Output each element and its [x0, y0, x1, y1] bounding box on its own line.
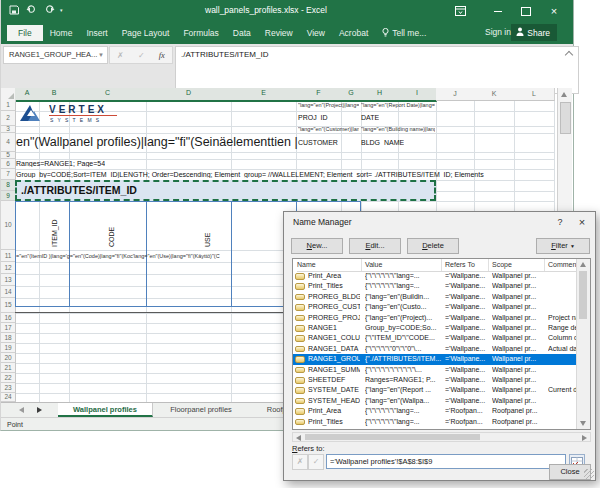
cell-A6[interactable]: Ranges=RANGE1; Page=54	[16, 160, 105, 167]
sign-in-button[interactable]: Sign in	[485, 27, 511, 37]
name-row-proreg-proj-id[interactable]: PROREG_PROJ_ID{"lang="en"(Project)...='W…	[293, 313, 576, 323]
name-row-print-area[interactable]: Print_Area{"\"\"\"\"\"\"lang=...='Roofpa…	[293, 406, 576, 416]
tab-data[interactable]: Data	[226, 24, 258, 42]
ribbon-display-options-icon[interactable]	[447, 0, 473, 22]
row-header-13[interactable]: 13	[1, 274, 16, 286]
tab-review[interactable]: Review	[258, 24, 300, 42]
cell-A11[interactable]: ="en"(ItemID )|lang='g="en"(Code)|lang="…	[16, 253, 291, 259]
name-row-sheetdef[interactable]: SHEETDEFRanges=RANGE1; P...='Wallpane...…	[293, 375, 576, 385]
name-box-dropdown-icon[interactable]: ▼	[98, 47, 104, 63]
sheet-tab-floorpanel-profiles[interactable]: Floorpanel profiles	[153, 403, 250, 417]
cell-H4[interactable]: BLDG_NAME	[361, 139, 404, 146]
row-header-24[interactable]: 24	[1, 393, 16, 402]
scroll-up-icon[interactable]	[561, 92, 567, 97]
name-row-range1-group-hea-[interactable]: RANGE1_GROUP_HEA...{"./ATTRIBUTES/ITEM..…	[293, 354, 576, 364]
cell-F4[interactable]: CUSTOMER	[298, 139, 338, 146]
cell-H1[interactable]: "lang="en"(Report Date)|lang="f	[361, 102, 435, 108]
cell-F2[interactable]: PROJ_ID	[298, 114, 328, 121]
sheet-tab-wallpanel-profiles[interactable]: Wallpanel profiles	[58, 403, 153, 417]
row-header-12[interactable]: 12	[1, 262, 16, 274]
qat-customize-icon[interactable]: ▾	[60, 7, 63, 13]
refers-commit-icon[interactable]: ✓	[308, 454, 324, 470]
row-header-19[interactable]: 19	[1, 343, 16, 353]
cell-H3[interactable]: "lang="en"(Building name)|lang="	[361, 126, 435, 132]
dialog-resize-grip[interactable]	[584, 469, 594, 479]
column-header-E[interactable]: E	[231, 88, 297, 102]
row-header-23[interactable]: 23	[1, 383, 16, 393]
row-header-21[interactable]: 21	[1, 363, 16, 373]
redo-icon[interactable]	[43, 4, 55, 16]
sheet-nav-left-icon[interactable]	[19, 407, 24, 413]
name-row-proreg-bldg-name[interactable]: PROREG_BLDG_NAME{"lang="en"(Buildin...='…	[293, 292, 576, 302]
tab-formulas[interactable]: Formulas	[176, 24, 225, 42]
name-row-range1-summary[interactable]: RANGE1_SUMMARY{"\"\"\"\"\"\"\"\"\"\"\...…	[293, 365, 576, 375]
cell-F1[interactable]: "lang="en"(Project)|lang="fi"(P	[298, 102, 359, 108]
tab-file[interactable]: File	[7, 25, 43, 41]
column-header-I[interactable]: I	[398, 88, 437, 102]
name-row-system-date[interactable]: SYSTEM_DATE{"lang="en"(Report ...='Wallp…	[293, 385, 576, 395]
tab-tell-me[interactable]: Tell me...	[375, 24, 433, 43]
rotated-header-code[interactable]: CODE	[108, 227, 115, 247]
row-header-11[interactable]: 11	[1, 250, 16, 262]
list-horizontal-scrollbar[interactable]	[292, 432, 591, 442]
row-header-15[interactable]: 15	[1, 298, 16, 313]
new-button[interactable]: New...	[291, 238, 343, 254]
row-header-16[interactable]: 16	[1, 313, 16, 323]
cell-A7[interactable]: Group_by=CODE;Sort=ITEM_ID|LENGTH; Order…	[16, 171, 551, 178]
maximize-button[interactable]	[513, 0, 539, 22]
tab-page-layout[interactable]: Page Layout	[115, 24, 177, 42]
save-icon[interactable]	[9, 5, 19, 17]
row-header-6[interactable]: 6	[1, 159, 16, 169]
row-header-18[interactable]: 18	[1, 333, 16, 343]
list-scroll-down-icon[interactable]	[580, 421, 586, 426]
undo-icon[interactable]	[26, 4, 38, 16]
dialog-close-icon[interactable]: ×	[571, 212, 593, 232]
column-header-A[interactable]: A	[15, 88, 40, 102]
formula-input[interactable]: ./ATTRIBUTES/ITEM_ID	[175, 46, 579, 94]
row-header-1[interactable]: 1	[1, 100, 16, 111]
column-header-K[interactable]: K	[474, 88, 515, 101]
column-header-L[interactable]: L	[514, 88, 555, 101]
column-header-C[interactable]: C	[69, 88, 147, 102]
row-header-5[interactable]: 5	[1, 152, 16, 159]
list-scroll-up-icon[interactable]	[580, 262, 586, 267]
list-scrollbar-thumb[interactable]	[579, 271, 587, 319]
cell-H2[interactable]: DATE	[361, 114, 379, 121]
name-row-proreg-bldg-name[interactable]: PROREG_BLDG_NAME{"lang="en"(Buildin...='…	[293, 427, 576, 430]
tab-acrobat[interactable]: Acrobat	[332, 24, 375, 42]
name-row-range1-data[interactable]: RANGE1_DATA{"\"\"\"\"\"0"\"\"0"\...='Wal…	[293, 344, 576, 354]
column-header-B[interactable]: B	[39, 88, 70, 102]
cell-F3[interactable]: "lang="en"(Customer)|lang="fi"(	[298, 126, 359, 132]
tab-view[interactable]: View	[300, 24, 332, 42]
tab-insert[interactable]: Insert	[79, 24, 114, 42]
cell-A4-title[interactable]: en"(Wallpanel profiles)|lang="fi"(Seinäe…	[16, 135, 298, 149]
insert-function-icon[interactable]: fx	[159, 50, 165, 60]
share-button[interactable]: Share	[511, 24, 557, 41]
name-row-range1-columns[interactable]: RANGE1_COLUMNS{"\"ITEM_ID"\"CODE...='Wal…	[293, 333, 576, 343]
edit-button[interactable]: Edit...	[349, 238, 401, 254]
column-header-J[interactable]: J	[436, 88, 475, 101]
name-row-system-headers[interactable]: SYSTEM_HEADERS{"lang="en"(Wallpa...='Wal…	[293, 396, 576, 406]
refers-cancel-icon[interactable]: ✗	[292, 454, 308, 470]
row-header-17[interactable]: 17	[1, 323, 16, 333]
row-header-20[interactable]: 20	[1, 353, 16, 363]
refers-to-input[interactable]	[326, 454, 566, 469]
row-header-10[interactable]: 10	[1, 201, 16, 250]
name-row-print-titles[interactable]: Print_Titles{"\"\"\"\"\"\"lang=...='Roof…	[293, 417, 576, 427]
collapse-formula-bar-icon[interactable]	[565, 51, 573, 59]
close-button[interactable]: ×	[541, 0, 567, 22]
row-header-7[interactable]: 7	[1, 169, 16, 180]
column-header-H[interactable]: H	[361, 88, 399, 102]
column-header-D[interactable]: D	[146, 88, 232, 102]
enter-formula-icon[interactable]: ✓	[138, 51, 145, 60]
hscroll-thumb[interactable]	[305, 434, 480, 440]
row-header-3[interactable]: 3	[1, 126, 16, 133]
rotated-header-item-id[interactable]: ITEM_ID	[51, 219, 58, 247]
scrollbar-thumb[interactable]	[560, 102, 571, 134]
row-header-14[interactable]: 14	[1, 286, 16, 298]
list-vertical-scrollbar[interactable]	[576, 259, 590, 429]
delete-button[interactable]: Delete	[407, 238, 459, 254]
row-header-22[interactable]: 22	[1, 373, 16, 383]
name-box[interactable]: RANGE1_GROUP_HEA...▼	[3, 46, 108, 64]
tab-home[interactable]: Home	[43, 24, 80, 42]
